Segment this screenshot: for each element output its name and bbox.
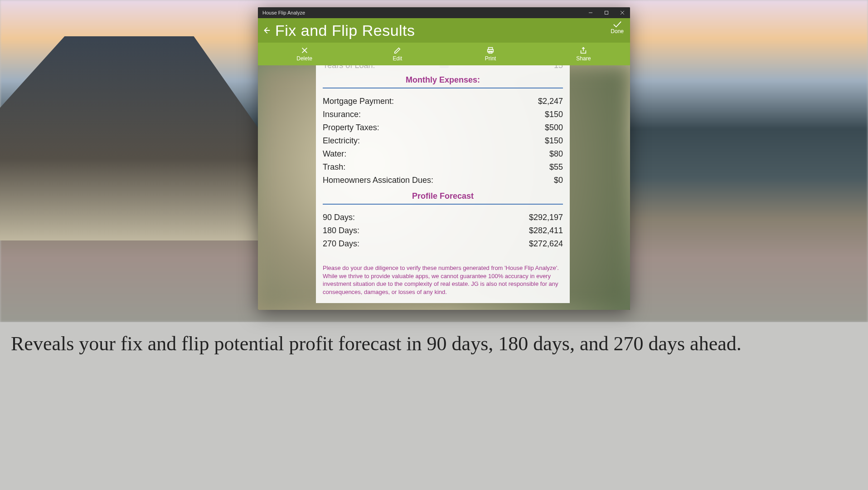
cutoff-value: 15	[554, 65, 563, 69]
svg-rect-8	[488, 49, 494, 52]
cutoff-row: Years of Loan: 15	[323, 65, 563, 69]
row-label: Insurance:	[323, 110, 361, 119]
disclaimer-text: Please do your due diligence to verify t…	[323, 264, 563, 296]
minimize-button[interactable]	[582, 7, 598, 18]
table-row: Trash:$55	[323, 162, 563, 172]
window-title: House Flip Analyze	[262, 10, 305, 15]
row-value: $292,197	[529, 213, 563, 222]
page-header: Fix and Flip Results Done	[258, 18, 630, 43]
pencil-icon	[393, 46, 402, 54]
row-value: $150	[545, 110, 563, 119]
report-card: Years of Loan: 15 Monthly Expenses: Mort…	[316, 65, 570, 303]
table-row: 270 Days:$272,624	[323, 239, 563, 249]
cutoff-label: Years of Loan:	[323, 65, 375, 69]
forecast-list: 90 Days:$292,197180 Days:$282,411270 Day…	[323, 213, 563, 249]
row-value: $2,247	[538, 97, 563, 106]
row-label: Mortgage Payment:	[323, 97, 394, 106]
edit-label: Edit	[393, 55, 402, 62]
maximize-button[interactable]	[598, 7, 614, 18]
profile-forecast-title: Profile Forecast	[323, 191, 563, 201]
row-value: $282,411	[529, 226, 563, 235]
row-value: $150	[545, 136, 563, 146]
close-icon	[301, 46, 309, 54]
table-row: 90 Days:$292,197	[323, 213, 563, 222]
svg-rect-1	[605, 11, 608, 15]
monthly-expenses-list: Mortgage Payment:$2,247Insurance:$150Pro…	[323, 97, 563, 185]
table-row: Homeowners Assication Dues:$0	[323, 176, 563, 185]
table-row: Water:$80	[323, 149, 563, 159]
window-controls	[582, 7, 630, 18]
close-button[interactable]	[614, 7, 630, 18]
row-label: 90 Days:	[323, 213, 355, 222]
row-label: Property Taxes:	[323, 123, 379, 132]
done-button[interactable]: Done	[611, 20, 624, 34]
checkmark-icon	[612, 20, 622, 28]
share-label: Share	[576, 55, 591, 62]
table-row: Insurance:$150	[323, 110, 563, 119]
table-row: Property Taxes:$500	[323, 123, 563, 132]
row-label: Water:	[323, 149, 346, 159]
window-titlebar[interactable]: House Flip Analyze	[258, 7, 630, 18]
row-label: 270 Days:	[323, 239, 359, 249]
print-label: Print	[485, 55, 496, 62]
row-value: $0	[554, 176, 563, 185]
row-value: $80	[549, 149, 563, 159]
caption-text: Reveals your fix and flip potential prof…	[11, 332, 857, 356]
done-label: Done	[611, 28, 624, 34]
table-row: Mortgage Payment:$2,247	[323, 97, 563, 106]
action-toolbar: Delete Edit Print Share	[258, 43, 630, 65]
section-divider	[323, 204, 563, 205]
printer-icon	[486, 46, 495, 54]
page-title: Fix and Flip Results	[275, 22, 415, 39]
delete-label: Delete	[296, 55, 312, 62]
row-label: 180 Days:	[323, 226, 359, 235]
row-label: Homeowners Assication Dues:	[323, 176, 433, 185]
row-label: Electricity:	[323, 136, 360, 146]
section-divider	[323, 88, 563, 88]
row-value: $55	[549, 162, 563, 172]
delete-button[interactable]: Delete	[258, 43, 351, 65]
row-label: Trash:	[323, 162, 345, 172]
share-icon	[579, 46, 587, 54]
monthly-expenses-title: Monthly Expenses:	[323, 75, 563, 85]
app-window: House Flip Analyze Fix and Flip Results …	[258, 7, 630, 310]
caption-strip: Reveals your fix and flip potential prof…	[0, 322, 868, 490]
share-button[interactable]: Share	[537, 43, 630, 65]
row-value: $272,624	[529, 239, 563, 249]
row-value: $500	[545, 123, 563, 132]
table-row: 180 Days:$282,411	[323, 226, 563, 235]
print-button[interactable]: Print	[444, 43, 537, 65]
table-row: Electricity:$150	[323, 136, 563, 146]
edit-button[interactable]: Edit	[351, 43, 444, 65]
back-button[interactable]	[258, 26, 275, 34]
content-area[interactable]: Years of Loan: 15 Monthly Expenses: Mort…	[258, 65, 630, 310]
